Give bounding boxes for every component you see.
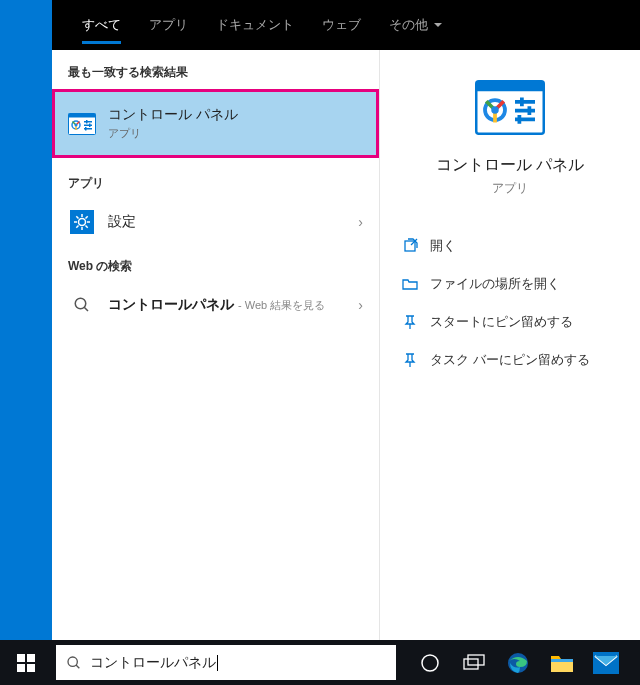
control-panel-large-icon (475, 80, 545, 135)
svg-line-38 (76, 665, 79, 668)
action-label: スタートにピン留めする (430, 313, 573, 331)
search-icon (66, 655, 82, 671)
explorer-button[interactable] (540, 640, 584, 685)
svg-rect-36 (27, 664, 35, 672)
result-subtitle: アプリ (108, 126, 363, 141)
tab-all[interactable]: すべて (68, 0, 135, 50)
task-view-icon (463, 654, 485, 672)
svg-line-21 (84, 307, 88, 311)
mail-button[interactable] (584, 640, 628, 685)
svg-rect-7 (86, 120, 88, 124)
action-file-location[interactable]: ファイルの場所を開く (402, 265, 618, 303)
svg-rect-9 (85, 127, 87, 131)
svg-rect-29 (520, 98, 524, 107)
detail-title: コントロール パネル (436, 155, 584, 176)
tab-documents[interactable]: ドキュメント (202, 0, 308, 50)
section-apps: アプリ (52, 161, 379, 200)
result-title: コントロールパネル (108, 296, 234, 314)
svg-rect-41 (468, 655, 484, 665)
svg-point-39 (422, 655, 438, 671)
svg-rect-8 (89, 123, 91, 127)
windows-icon (17, 654, 35, 672)
mail-icon (593, 652, 619, 674)
svg-rect-23 (476, 81, 544, 91)
svg-rect-40 (464, 659, 478, 669)
results-column: 最も一致する検索結果 (52, 50, 380, 640)
detail-subtitle: アプリ (492, 180, 528, 197)
search-value: コントロールパネル (90, 654, 216, 672)
search-input[interactable]: コントロールパネル (56, 645, 396, 680)
action-label: ファイルの場所を開く (430, 275, 560, 293)
folder-icon (550, 653, 574, 673)
cortana-button[interactable] (408, 640, 452, 685)
settings-icon (68, 208, 96, 236)
detail-column: コントロール パネル アプリ 開く (380, 50, 640, 640)
chevron-right-icon: › (358, 297, 363, 313)
taskbar-icons (408, 640, 628, 685)
tab-other[interactable]: その他 (375, 0, 456, 50)
action-label: タスク バーにピン留めする (430, 351, 590, 369)
svg-rect-43 (551, 659, 573, 662)
svg-rect-27 (515, 109, 535, 113)
pin-icon (402, 352, 418, 368)
search-panel: すべて アプリ ドキュメント ウェブ その他 最も一致する検索結果 (52, 0, 640, 640)
svg-rect-5 (84, 124, 92, 126)
edge-button[interactable] (496, 640, 540, 685)
open-icon (402, 238, 418, 254)
tab-web[interactable]: ウェブ (308, 0, 375, 50)
web-hint: - Web 結果を見る (238, 298, 325, 313)
detail-actions: 開く ファイルの場所を開く スタート (380, 227, 640, 379)
svg-rect-31 (518, 115, 522, 124)
result-title: コントロール パネル (108, 106, 363, 124)
control-panel-icon (68, 110, 96, 138)
action-label: 開く (430, 237, 456, 255)
cortana-icon (420, 653, 440, 673)
content: 最も一致する検索結果 (52, 50, 640, 640)
section-web-search: Web の検索 (52, 244, 379, 283)
svg-rect-26 (515, 100, 535, 104)
start-button[interactable] (0, 640, 52, 685)
svg-rect-4 (84, 121, 92, 123)
svg-rect-33 (17, 654, 25, 662)
result-control-panel[interactable]: コントロール パネル アプリ (52, 89, 379, 158)
tab-apps[interactable]: アプリ (135, 0, 202, 50)
chevron-down-icon (434, 23, 442, 27)
chevron-right-icon: › (358, 214, 363, 230)
result-title: 設定 (108, 213, 346, 231)
svg-point-37 (68, 657, 77, 666)
search-icon (68, 291, 96, 319)
action-pin-start[interactable]: スタートにピン留めする (402, 303, 618, 341)
tabs-bar: すべて アプリ ドキュメント ウェブ その他 (52, 0, 640, 50)
result-web-search[interactable]: コントロールパネル - Web 結果を見る › (52, 283, 379, 327)
svg-point-25 (491, 106, 499, 114)
svg-rect-10 (70, 210, 94, 234)
action-pin-taskbar[interactable]: タスク バーにピン留めする (402, 341, 618, 379)
result-text: 設定 (108, 213, 346, 231)
action-open[interactable]: 開く (402, 227, 618, 265)
task-view-button[interactable] (452, 640, 496, 685)
folder-icon (402, 276, 418, 292)
section-best-match: 最も一致する検索結果 (52, 50, 379, 89)
result-text: コントロール パネル アプリ (108, 106, 363, 141)
result-text: コントロールパネル - Web 結果を見る (108, 296, 346, 314)
svg-rect-34 (27, 654, 35, 662)
taskbar: コントロールパネル (0, 640, 640, 685)
svg-rect-30 (528, 106, 532, 115)
tab-other-label: その他 (389, 16, 428, 34)
edge-icon (506, 651, 530, 675)
svg-rect-35 (17, 664, 25, 672)
svg-point-3 (75, 123, 78, 126)
result-settings[interactable]: 設定 › (52, 200, 379, 244)
pin-icon (402, 314, 418, 330)
svg-rect-1 (69, 113, 96, 117)
svg-point-20 (75, 298, 86, 309)
